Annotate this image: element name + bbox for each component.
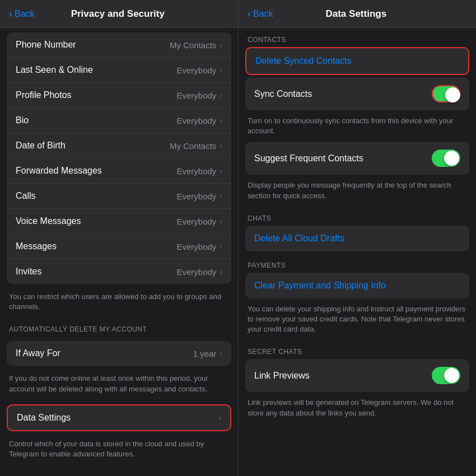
data-settings-chevron: ›	[218, 413, 221, 422]
suggest-frequent-toggle[interactable]	[432, 150, 460, 167]
right-back-arrow-icon: ‹	[248, 8, 251, 20]
contacts-section-header: CONTACTS	[239, 28, 476, 47]
last-seen-item[interactable]: Last Seen & Online Everybody ›	[7, 58, 231, 83]
phone-number-chevron: ›	[220, 40, 222, 49]
clear-payment-group: Clear Payment and Shipping Info	[245, 273, 469, 298]
back-arrow-icon: ‹	[9, 8, 12, 20]
clear-payment-item[interactable]: Clear Payment and Shipping Info	[245, 273, 469, 298]
invites-item[interactable]: Invites Everybody ›	[7, 259, 231, 284]
right-panel-title: Data Settings	[273, 8, 439, 20]
calls-value: Everybody	[176, 192, 216, 201]
data-settings-note: Control which of your data is stored in …	[0, 436, 238, 465]
right-panel: ‹ Back Data Settings CONTACTS Delete Syn…	[238, 0, 476, 476]
messages-value: Everybody	[176, 242, 216, 251]
if-away-value: 1 year	[193, 349, 217, 358]
left-panel-title: Privacy and Security	[35, 8, 201, 20]
clear-payment-label: Clear Payment and Shipping Info	[254, 281, 460, 291]
phone-number-item[interactable]: Phone Number My Contacts ›	[7, 32, 231, 58]
sync-contacts-group: Sync Contacts	[245, 77, 469, 110]
delete-synced-highlighted: Delete Synced Contacts	[245, 47, 469, 75]
bio-chevron: ›	[220, 116, 222, 125]
left-back-button[interactable]: ‹ Back	[9, 8, 35, 20]
last-seen-chevron: ›	[220, 66, 222, 74]
voice-messages-value: Everybody	[176, 217, 216, 226]
profile-photos-value: Everybody	[176, 91, 216, 100]
link-previews-group: Link Previews	[245, 359, 469, 392]
right-back-button[interactable]: ‹ Back	[248, 8, 273, 20]
delete-cloud-group: Delete All Cloud Drafts	[245, 226, 469, 251]
last-seen-label: Last Seen & Online	[16, 65, 176, 75]
right-content: CONTACTS Delete Synced Contacts Sync Con…	[239, 28, 476, 476]
delete-synced-item[interactable]: Delete Synced Contacts	[246, 48, 468, 74]
left-back-label: Back	[15, 9, 35, 19]
invites-note: You can restrict which users are allowed…	[0, 288, 238, 318]
delete-cloud-label: Delete All Cloud Drafts	[254, 234, 460, 244]
invites-value: Everybody	[176, 267, 216, 277]
left-settings-list: Phone Number My Contacts › Last Seen & O…	[0, 28, 238, 476]
bio-label: Bio	[16, 115, 176, 125]
bio-value: Everybody	[176, 116, 216, 125]
phone-number-label: Phone Number	[16, 40, 170, 50]
link-previews-label: Link Previews	[254, 371, 432, 381]
sync-contacts-toggle[interactable]	[432, 85, 460, 102]
voice-messages-chevron: ›	[220, 217, 222, 226]
payments-section-header: PAYMENTS	[239, 254, 476, 273]
clear-payment-note: You can delete your shipping info and in…	[239, 301, 476, 340]
right-back-label: Back	[253, 9, 273, 19]
invites-label: Invites	[16, 267, 176, 277]
forwarded-messages-chevron: ›	[220, 166, 222, 175]
secret-chats-section-header: SECRET CHATS	[239, 340, 476, 359]
left-panel: ‹ Back Privacy and Security Phone Number…	[0, 0, 238, 476]
suggest-frequent-item[interactable]: Suggest Frequent Contacts	[245, 142, 469, 175]
date-of-birth-value: My Contacts	[170, 141, 216, 151]
suggest-frequent-toggle-thumb	[444, 151, 459, 166]
last-seen-value: Everybody	[176, 66, 216, 75]
sync-contacts-label: Sync Contacts	[254, 89, 432, 99]
profile-photos-chevron: ›	[220, 91, 222, 100]
right-header: ‹ Back Data Settings	[239, 0, 476, 28]
data-settings-item[interactable]: Data Settings ›	[8, 405, 230, 430]
privacy-items-group: Phone Number My Contacts › Last Seen & O…	[7, 32, 231, 284]
messages-item[interactable]: Messages Everybody ›	[7, 234, 231, 259]
calls-item[interactable]: Calls Everybody ›	[7, 184, 231, 209]
forwarded-messages-item[interactable]: Forwarded Messages Everybody ›	[7, 158, 231, 184]
link-previews-toggle[interactable]	[432, 367, 460, 384]
if-away-item[interactable]: If Away For 1 year ›	[7, 341, 231, 366]
link-previews-toggle-thumb	[444, 368, 459, 383]
bio-item[interactable]: Bio Everybody ›	[7, 108, 231, 133]
calls-label: Calls	[16, 191, 176, 201]
messages-chevron: ›	[220, 242, 222, 251]
if-away-note: If you do not come online at least once …	[0, 370, 238, 399]
profile-photos-item[interactable]: Profile Photos Everybody ›	[7, 83, 231, 108]
if-away-group: If Away For 1 year ›	[7, 341, 231, 366]
date-of-birth-item[interactable]: Date of Birth My Contacts ›	[7, 133, 231, 158]
suggest-frequent-note: Display people you message frequently at…	[239, 177, 476, 206]
data-settings-label: Data Settings	[17, 413, 218, 423]
date-of-birth-label: Date of Birth	[16, 141, 170, 151]
data-settings-highlighted: Data Settings ›	[7, 404, 231, 431]
delete-synced-label: Delete Synced Contacts	[255, 56, 459, 66]
forwarded-messages-label: Forwarded Messages	[16, 166, 176, 176]
auto-delete-header: AUTOMATICALLY DELETE MY ACCOUNT	[0, 318, 238, 337]
invites-chevron: ›	[220, 267, 222, 276]
calls-chevron: ›	[220, 192, 222, 200]
if-away-label: If Away For	[16, 348, 193, 358]
suggest-frequent-group: Suggest Frequent Contacts	[245, 142, 469, 175]
profile-photos-label: Profile Photos	[16, 90, 176, 100]
sync-contacts-note: Turn on to continuously sync contacts fr…	[239, 113, 476, 142]
date-of-birth-chevron: ›	[220, 141, 222, 150]
link-previews-note: Link previews will be generated on Teleg…	[239, 394, 476, 423]
left-header: ‹ Back Privacy and Security	[0, 0, 238, 28]
sync-contacts-item[interactable]: Sync Contacts	[245, 77, 469, 110]
voice-messages-item[interactable]: Voice Messages Everybody ›	[7, 209, 231, 234]
chats-section-header: CHATS	[239, 207, 476, 226]
link-previews-item[interactable]: Link Previews	[245, 359, 469, 392]
phone-number-value: My Contacts	[170, 40, 216, 50]
if-away-chevron: ›	[220, 349, 222, 358]
delete-cloud-item[interactable]: Delete All Cloud Drafts	[245, 226, 469, 251]
voice-messages-label: Voice Messages	[16, 216, 176, 226]
suggest-frequent-label: Suggest Frequent Contacts	[254, 153, 432, 164]
sync-contacts-toggle-thumb	[445, 87, 460, 102]
messages-label: Messages	[16, 241, 176, 251]
forwarded-messages-value: Everybody	[176, 166, 216, 176]
